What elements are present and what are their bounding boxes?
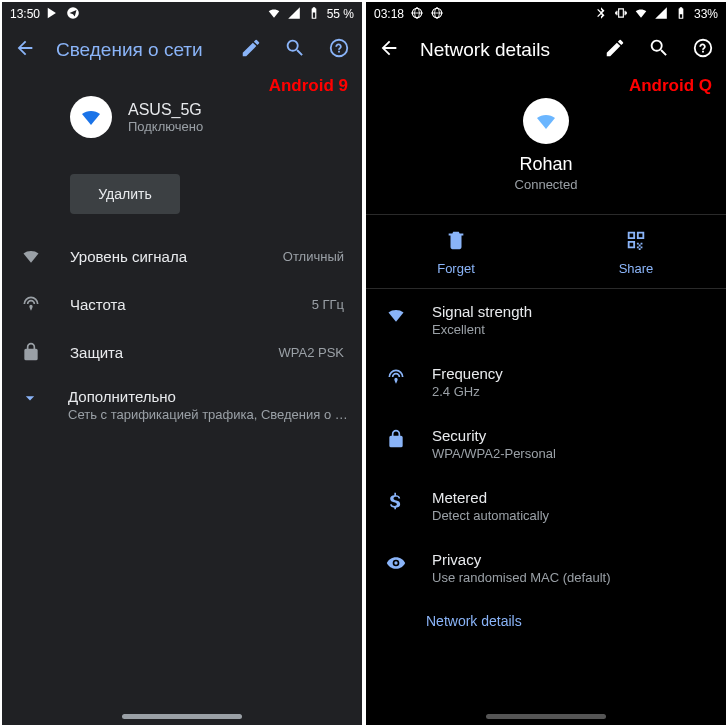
notif-icon [430, 6, 444, 23]
network-name: ASUS_5G [128, 101, 203, 119]
app-bar: Network details [366, 26, 726, 74]
forget-button[interactable]: Forget [366, 215, 546, 288]
row-label: Уровень сигнала [70, 248, 255, 265]
network-status: Connected [515, 177, 578, 192]
advanced-title: Дополнительно [68, 388, 348, 405]
row-value: 5 ГГц [312, 297, 344, 312]
wifi-signal-icon [20, 246, 42, 266]
wifi-icon [634, 6, 648, 23]
phone-android-q: 03:18 33% Network details Android Q Roha… [366, 2, 726, 725]
network-name: Rohan [519, 154, 572, 175]
row-value: 2.4 GHz [432, 384, 503, 399]
row-security: Защита WPA2 PSK [2, 328, 362, 376]
row-advanced[interactable]: Дополнительно Сеть с тарификацией трафик… [2, 376, 362, 434]
row-label: Metered [432, 489, 549, 506]
page-title: Network details [420, 39, 584, 61]
appbar-actions [240, 37, 350, 63]
share-button[interactable]: Share [546, 215, 726, 288]
wifi-circle-icon [523, 98, 569, 144]
row-label: Privacy [432, 551, 610, 568]
telegram-icon [66, 6, 80, 23]
row-security: Security WPA/WPA2-Personal [366, 413, 726, 475]
lock-icon [384, 427, 408, 449]
row-label: Security [432, 427, 556, 444]
row-frequency: Частота 5 ГГц [2, 280, 362, 328]
row-label: Частота [70, 296, 284, 313]
qr-icon [625, 229, 647, 255]
frequency-icon [384, 365, 408, 387]
search-icon[interactable] [284, 37, 306, 63]
battery-icon [307, 6, 321, 23]
section-header: Network details [366, 599, 726, 629]
gesture-nav-bar[interactable] [2, 714, 362, 719]
advanced-texts: Дополнительно Сеть с тарификацией трафик… [68, 388, 348, 422]
help-icon[interactable] [692, 37, 714, 63]
cell-signal-icon [654, 6, 668, 23]
row-value: Use randomised MAC (default) [432, 570, 610, 585]
chevron-down-icon [20, 388, 40, 422]
row-metered[interactable]: Metered Detect automatically [366, 475, 726, 537]
cell-signal-icon [287, 6, 301, 23]
row-texts: Signal strength Excellent [432, 303, 532, 337]
appbar-actions [604, 37, 714, 63]
row-label: Frequency [432, 365, 503, 382]
trash-icon [445, 229, 467, 255]
battery-text: 55 % [327, 7, 354, 21]
nav-pill [122, 714, 242, 719]
lock-icon [20, 342, 42, 362]
row-signal: Уровень сигнала Отличный [2, 232, 362, 280]
status-left: 13:50 [10, 6, 80, 23]
wifi-circle-icon [70, 96, 112, 138]
status-time: 03:18 [374, 7, 404, 21]
notif-icon [410, 6, 424, 23]
status-left: 03:18 [374, 6, 444, 23]
nav-pill [486, 714, 606, 719]
advanced-subtitle: Сеть с тарификацией трафика, Сведения о … [68, 407, 348, 422]
app-bar: Сведения о сети [2, 26, 362, 74]
row-texts: Security WPA/WPA2-Personal [432, 427, 556, 461]
row-signal: Signal strength Excellent [366, 289, 726, 351]
help-icon[interactable] [328, 37, 350, 63]
bluetooth-icon [594, 6, 608, 23]
network-texts: ASUS_5G Подключено [128, 101, 203, 134]
status-right: 55 % [267, 6, 354, 23]
edit-icon[interactable] [604, 37, 626, 63]
status-time: 13:50 [10, 7, 40, 21]
gesture-nav-bar[interactable] [366, 714, 726, 719]
version-tag: Android 9 [269, 76, 348, 96]
row-frequency: Frequency 2.4 GHz [366, 351, 726, 413]
battery-icon [674, 6, 688, 23]
share-label: Share [619, 261, 654, 276]
play-store-icon [46, 6, 60, 23]
row-texts: Metered Detect automatically [432, 489, 549, 523]
row-value: Excellent [432, 322, 532, 337]
battery-text: 33% [694, 7, 718, 21]
forget-button[interactable]: Удалить [70, 174, 180, 214]
status-right: 33% [594, 6, 718, 23]
eye-icon [384, 551, 408, 573]
row-privacy[interactable]: Privacy Use randomised MAC (default) [366, 537, 726, 599]
row-label: Signal strength [432, 303, 532, 320]
dollar-icon [384, 489, 408, 511]
row-texts: Frequency 2.4 GHz [432, 365, 503, 399]
row-value: WPA/WPA2-Personal [432, 446, 556, 461]
frequency-icon [20, 294, 42, 314]
row-value: Detect automatically [432, 508, 549, 523]
row-value: Отличный [283, 249, 344, 264]
search-icon[interactable] [648, 37, 670, 63]
version-tag: Android Q [629, 76, 712, 96]
wifi-icon [267, 6, 281, 23]
forget-label: Forget [437, 261, 475, 276]
edit-icon[interactable] [240, 37, 262, 63]
action-row: Forget Share [366, 214, 726, 289]
wifi-signal-icon [384, 303, 408, 325]
row-label: Защита [70, 344, 250, 361]
network-status: Подключено [128, 119, 203, 134]
row-value: WPA2 PSK [278, 345, 344, 360]
phone-android-9: 13:50 55 % Сведения о сети Android 9 ASU… [2, 2, 362, 725]
page-title: Сведения о сети [56, 39, 220, 61]
status-bar: 13:50 55 % [2, 2, 362, 26]
row-texts: Privacy Use randomised MAC (default) [432, 551, 610, 585]
back-icon[interactable] [14, 37, 36, 63]
back-icon[interactable] [378, 37, 400, 63]
